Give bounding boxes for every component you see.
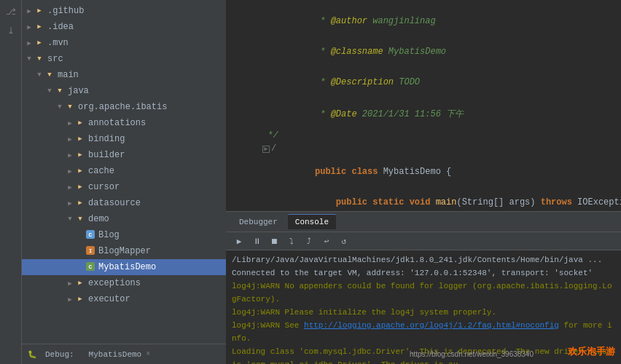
line-num — [232, 187, 254, 188]
tree-item-mvn[interactable]: ▶▶.mvn — [22, 35, 226, 51]
line-content: * @classname MybatisDemo — [262, 36, 615, 67]
debug-file-name: MybatisDemo — [89, 350, 142, 359]
tree-icon-folder: ▶ — [74, 133, 86, 145]
tree-item-demo[interactable]: ▼▼demo — [22, 211, 226, 227]
project-sidebar: ▶▶.github▶▶.idea▶▶.mvn▼▼src▼▼main▼▼java▼… — [22, 0, 226, 364]
file-tree: ▶▶.github▶▶.idea▶▶.mvn▼▼src▼▼main▼▼java▼… — [22, 0, 226, 344]
tree-item-binding[interactable]: ▶▶binding — [22, 131, 226, 147]
code-line: ▶/ — [226, 143, 621, 157]
tree-item-Blog[interactable]: CBlog — [22, 227, 226, 243]
tree-arrow: ▼ — [35, 71, 44, 79]
line-num — [232, 98, 254, 98]
tree-item-github[interactable]: ▶▶.github — [22, 3, 226, 19]
line-num — [232, 6, 254, 7]
tree-icon-folder: ▶ — [34, 5, 45, 17]
console-line: /Library/Java/JavaVirtualMachines/jdk1.8… — [232, 253, 615, 266]
tree-icon-folder: ▶ — [74, 181, 86, 193]
line-content: public static void main(String[] args) t… — [262, 187, 621, 211]
code-line: * @classname MybatisDemo — [226, 36, 621, 67]
console-line-warn: log4j:WARN Please initialize the log4j s… — [232, 306, 615, 319]
tab-debugger[interactable]: Debugger — [232, 215, 285, 229]
line-content: public class MybatisDemo { — [262, 157, 615, 187]
tree-label: annotations — [88, 118, 146, 128]
main-content: * @author wangjinlinag * @classname Myba… — [226, 0, 621, 364]
tree-item-exceptions[interactable]: ▶▶exceptions — [22, 275, 226, 291]
debug-file-tab[interactable]: MybatisDemo × — [83, 349, 158, 360]
code-line: * @Description TODO — [226, 67, 621, 98]
tree-icon-folder: ▶ — [34, 21, 45, 33]
tree-item-executor[interactable]: ▶▶executor — [22, 291, 226, 307]
step-over-button[interactable]: ⤵ — [284, 234, 299, 248]
tree-item-org-apache-ibatis[interactable]: ▼▼org.apache.ibatis — [22, 99, 226, 115]
tree-arrow: ▶ — [66, 296, 74, 304]
tree-icon-folder: ▶ — [34, 37, 45, 49]
tree-label: binding — [88, 134, 125, 144]
tree-item-builder[interactable]: ▶▶builder — [22, 147, 226, 163]
debug-tab-close[interactable]: × — [144, 350, 152, 358]
tree-item-java[interactable]: ▼▼java — [22, 83, 226, 99]
comment-text: * @classname MybatisDemo — [315, 47, 446, 57]
tree-label: cursor — [88, 182, 120, 192]
tab-debugger-label: Debugger — [239, 218, 278, 226]
tree-label: MybatisDemo — [98, 262, 156, 272]
debug-bar: 🐛 Debug: MybatisDemo × — [22, 344, 226, 364]
console-line-warn: Loading class 'com.mysql.jdbc.Driver'. T… — [232, 345, 615, 364]
tree-label: .mvn — [47, 38, 69, 48]
rerun-button[interactable]: ↺ — [337, 234, 351, 248]
tree-arrow: ▼ — [55, 103, 64, 111]
tree-arrow: ▶ — [66, 119, 74, 127]
commit-icon[interactable]: ⎇ — [2, 3, 20, 20]
log4j-link[interactable]: http://logging.apache.org/log4j/1.2/faq.… — [304, 321, 559, 330]
tree-item-cursor[interactable]: ▶▶cursor — [22, 179, 226, 195]
line-content: */ — [262, 130, 615, 141]
step-into-button[interactable]: ⤴ — [302, 234, 316, 248]
svg-text:I: I — [89, 248, 92, 254]
console-line: Connected to the target VM, address: '12… — [232, 266, 615, 280]
line-num — [232, 157, 254, 157]
tree-label: builder — [88, 150, 125, 160]
tree-item-BlogMapper[interactable]: IBlogMapper — [22, 243, 226, 259]
tree-icon-interface: I — [85, 245, 96, 257]
line-content: * @author wangjinlinag — [262, 6, 615, 36]
tree-arrow: ▶ — [66, 199, 74, 207]
tab-console-label: Console — [295, 218, 329, 226]
code-editor: * @author wangjinlinag * @classname Myba… — [226, 0, 621, 211]
tree-arrow: ▶ — [25, 23, 34, 31]
svg-text:C: C — [89, 264, 93, 270]
tree-arrow: ▼ — [45, 87, 54, 95]
tab-console[interactable]: Console — [288, 214, 336, 229]
tree-icon-folder: ▶ — [74, 277, 86, 289]
tree-item-MybatisDemo[interactable]: CMybatisDemo — [22, 259, 226, 275]
tree-item-datasource[interactable]: ▶▶datasource — [22, 195, 226, 211]
fold-button[interactable]: ▶ — [262, 146, 270, 153]
tree-icon-folder-open: ▼ — [34, 53, 45, 65]
pause-button[interactable]: ⏸ — [249, 234, 264, 248]
code-line: public class MybatisDemo { — [226, 157, 621, 187]
stop-button[interactable]: ⏹ — [267, 234, 281, 248]
tree-label: BlogMapper — [98, 246, 151, 256]
tree-icon-class-blue: C — [85, 229, 96, 241]
tree-icon-folder: ▶ — [74, 293, 86, 305]
tree-item-idea[interactable]: ▶▶.idea — [22, 19, 226, 35]
tree-label: .github — [47, 6, 84, 16]
tree-icon-folder-open: ▼ — [74, 213, 86, 225]
pull-requests-icon[interactable]: ⤓ — [2, 22, 20, 39]
svg-text:C: C — [89, 232, 93, 238]
tree-item-src[interactable]: ▼▼src — [22, 51, 226, 67]
tree-item-cache[interactable]: ▶▶cache — [22, 163, 226, 179]
tree-item-main[interactable]: ▼▼main — [22, 67, 226, 83]
tree-label: cache — [88, 166, 114, 176]
step-out-button[interactable]: ↩ — [319, 234, 334, 248]
debug-label: Debug: — [39, 349, 80, 360]
tree-label: org.apache.ibatis — [78, 102, 167, 112]
tree-label: demo — [88, 214, 109, 224]
line-num — [232, 143, 254, 144]
console-toolbar: ▶ ⏸ ⏹ ⤵ ⤴ ↩ ↺ — [226, 232, 621, 250]
code-line: */ — [226, 130, 621, 143]
code-line: * @Date 2021/1/31 11:56 下午 — [226, 98, 621, 130]
tree-icon-folder-open: ▼ — [54, 85, 66, 97]
tree-item-annotations[interactable]: ▶▶annotations — [22, 115, 226, 131]
line-content: * @Description TODO — [262, 67, 615, 98]
run-button[interactable]: ▶ — [232, 234, 246, 248]
code-lines: * @author wangjinlinag * @classname Myba… — [226, 0, 621, 211]
